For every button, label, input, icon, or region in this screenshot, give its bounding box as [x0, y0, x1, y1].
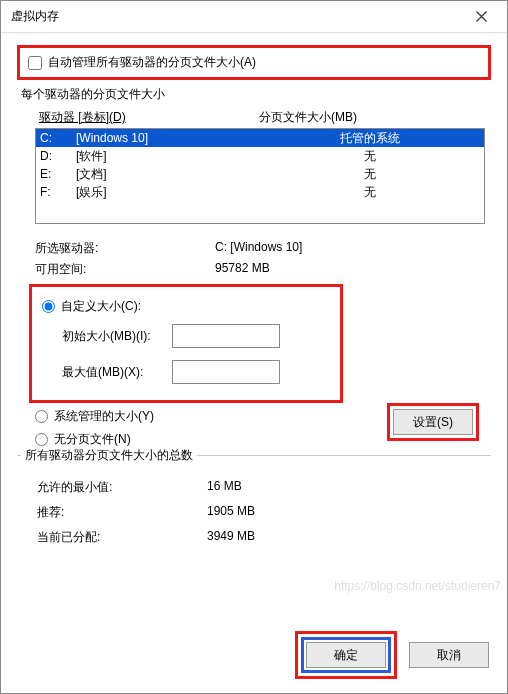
totals-fieldset: 所有驱动器分页文件大小的总数 允许的最小值: 16 MB 推荐: 1905 MB…: [17, 455, 491, 550]
total-rec-value: 1905 MB: [207, 504, 255, 521]
drive-letter: C:: [40, 131, 76, 145]
ok-button-label: 确定: [334, 648, 358, 662]
drive-size: 托管的系统: [260, 130, 480, 147]
drive-letter: D:: [40, 149, 76, 163]
header-size-col: 分页文件大小(MB): [259, 109, 481, 126]
custom-size-radio[interactable]: [42, 300, 55, 313]
system-managed-label: 系统管理的大小(Y): [54, 408, 154, 425]
initial-size-input[interactable]: [172, 324, 280, 348]
no-paging-radio[interactable]: [35, 433, 48, 446]
drive-row[interactable]: E:[文档]无: [36, 165, 484, 183]
drive-row[interactable]: F:[娱乐]无: [36, 183, 484, 201]
available-space-label: 可用空间:: [35, 261, 215, 278]
drive-size: 无: [260, 148, 480, 165]
ok-button[interactable]: 确定: [306, 642, 386, 668]
initial-size-label: 初始大小(MB)(I):: [42, 328, 172, 345]
max-size-label: 最大值(MB)(X):: [42, 364, 172, 381]
close-icon: [476, 11, 487, 22]
close-button[interactable]: [461, 3, 501, 31]
custom-size-radio-label: 自定义大小(C):: [61, 298, 141, 315]
cancel-button[interactable]: 取消: [409, 642, 489, 668]
titlebar: 虚拟内存: [1, 1, 507, 33]
header-drive-col: 驱动器 [卷标](D): [39, 110, 126, 124]
no-paging-label: 无分页文件(N): [54, 431, 131, 448]
drive-label: [文档]: [76, 166, 260, 183]
drive-label: [软件]: [76, 148, 260, 165]
selected-drive-value: C: [Windows 10]: [215, 240, 485, 257]
totals-legend: 所有驱动器分页文件大小的总数: [21, 447, 197, 464]
set-button-label: 设置(S): [413, 415, 453, 429]
custom-size-group: 自定义大小(C): 初始大小(MB)(I): 最大值(MB)(X):: [29, 284, 343, 403]
drive-list[interactable]: C:[Windows 10]托管的系统D:[软件]无E:[文档]无F:[娱乐]无: [35, 128, 485, 224]
watermark: https://blog.csdn.net/studieren7: [334, 579, 501, 593]
auto-manage-row: 自动管理所有驱动器的分页文件大小(A): [17, 45, 491, 80]
drive-size: 无: [260, 166, 480, 183]
total-rec-label: 推荐:: [37, 504, 207, 521]
total-cur-value: 3949 MB: [207, 529, 255, 546]
auto-manage-label: 自动管理所有驱动器的分页文件大小(A): [48, 54, 256, 71]
total-min-row: 允许的最小值: 16 MB: [37, 475, 491, 500]
drive-size: 无: [260, 184, 480, 201]
set-button-highlight: 设置(S): [387, 403, 479, 441]
window-title: 虚拟内存: [11, 8, 461, 25]
auto-manage-checkbox[interactable]: [28, 56, 42, 70]
drive-letter: E:: [40, 167, 76, 181]
total-min-value: 16 MB: [207, 479, 242, 496]
ok-button-highlight-red: 确定: [295, 631, 397, 679]
drive-row[interactable]: D:[软件]无: [36, 147, 484, 165]
drive-label: [娱乐]: [76, 184, 260, 201]
available-space-value: 95782 MB: [215, 261, 485, 278]
total-cur-label: 当前已分配:: [37, 529, 207, 546]
total-cur-row: 当前已分配: 3949 MB: [37, 525, 491, 550]
set-button[interactable]: 设置(S): [393, 409, 473, 435]
drive-row[interactable]: C:[Windows 10]托管的系统: [36, 129, 484, 147]
available-space-row: 可用空间: 95782 MB: [35, 259, 485, 280]
drive-label: [Windows 10]: [76, 131, 260, 145]
drive-letter: F:: [40, 185, 76, 199]
drive-table-header: 驱动器 [卷标](D) 分页文件大小(MB): [35, 107, 485, 128]
ok-button-highlight-blue: 确定: [301, 637, 391, 673]
total-rec-row: 推荐: 1905 MB: [37, 500, 491, 525]
selected-drive-row: 所选驱动器: C: [Windows 10]: [35, 238, 485, 259]
section-each-drive-label: 每个驱动器的分页文件大小: [21, 86, 491, 103]
total-min-label: 允许的最小值:: [37, 479, 207, 496]
max-size-input[interactable]: [172, 360, 280, 384]
system-managed-radio[interactable]: [35, 410, 48, 423]
cancel-button-label: 取消: [437, 648, 461, 662]
selected-drive-label: 所选驱动器:: [35, 240, 215, 257]
